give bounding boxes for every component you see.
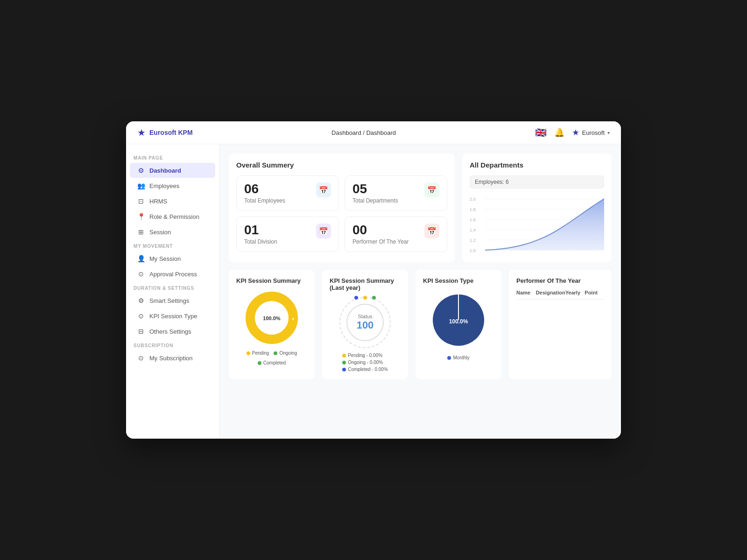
sidebar-item-my-subscription[interactable]: ⊙ My Subscription [130,350,215,365]
breadcrumb-current: Dashboard [366,129,396,136]
kpi-session-type-title: KPI Session Type [423,277,494,284]
notification-bell-icon[interactable]: 🔔 [554,127,564,138]
stat-number-performer: 00 [352,224,409,237]
sidebar-section-duration: DURATION & SETTINGS [126,282,219,293]
sidebar-item-session[interactable]: ⊞ Session [130,224,215,239]
sidebar-label-smart-settings: Smart Settings [149,297,189,304]
stat-label-employees: Total Employees [244,197,285,204]
status-label: Status [358,314,372,319]
sidebar-section-subscription: SUBSCRIPTION [126,339,219,350]
sidebar-section-movement: MY MOVEMENT [126,240,219,251]
stats-grid: 06 Total Employees 📅 05 Total Department… [236,175,447,252]
sidebar-label-my-session: My Session [149,255,181,262]
stat-number-division: 01 [244,224,277,237]
legend-pending-label: Pending [252,350,269,356]
svg-text:1.4: 1.4 [470,228,476,232]
employees-icon: 👥 [137,182,145,189]
user-name: Eurosoft [582,129,605,136]
kpi-session-summary-title: KPI Session Summary [236,277,307,284]
summary-title: Overall Summery [236,161,447,169]
sidebar: MAIN PAGE ⊙ Dashboard 👥 Employees ⊡ HRMS… [126,144,219,439]
others-settings-icon: ⊟ [137,328,145,335]
sidebar-item-role-permission[interactable]: 📍 Role & Permission [130,209,215,224]
legend-ongoing: Ongoing [274,350,297,356]
subscription-icon: ⊙ [137,354,145,362]
donut-chart-container: 100.0% Pending Ongoing [236,290,307,365]
stat-label-division: Total Division [244,238,277,245]
pie-chart-container: 100.0% Monthly [423,290,494,360]
svg-text:1.8: 1.8 [470,207,476,212]
sidebar-item-kpi-session-type[interactable]: ⊙ KPI Session Type [130,308,215,323]
legend-ongoing-last-label: Ongoing - 0.00% [348,360,383,365]
sidebar-label-employees: Employees [149,182,179,189]
area-chart: 2.0 1.8 1.6 1.4 1.2 1.0 [470,194,604,255]
svg-text:2.0: 2.0 [470,197,476,202]
sidebar-label-my-subscription: My Subscription [149,355,192,362]
summary-panel: Overall Summery 06 Total Employees 📅 [229,154,455,262]
stat-icon-employees: 📅 [316,182,331,197]
home-icon: ⊙ [137,167,145,174]
legend-pending-last: Pending - 0.00% [342,353,388,358]
performer-panel: Performer Of The Year Name Designation Y… [509,270,612,379]
role-icon: 📍 [137,213,145,220]
sidebar-section-main: MAIN PAGE [126,152,219,162]
legend-ongoing-label: Ongoing [279,350,297,356]
stat-icon-division: 📅 [316,224,331,238]
legend-monthly-label: Monthly [453,355,469,360]
sidebar-item-others-settings[interactable]: ⊟ Others Settings [130,324,215,339]
legend-pending: Pending [247,350,269,356]
breadcrumb: Dashboard / Dashboard [331,129,396,136]
user-menu[interactable]: ★ Eurosoft ▾ [572,127,610,138]
status-circle-container: Status 100 Pending - 0.00% Ongoi [330,297,401,372]
stat-icon-departments: 📅 [424,182,439,197]
stat-card-employees: 06 Total Employees 📅 [236,175,339,211]
logo-star-icon: ★ [137,127,146,138]
main-layout: MAIN PAGE ⊙ Dashboard 👥 Employees ⊡ HRMS… [126,144,621,439]
legend-ongoing-last: Ongoing - 0.00% [342,360,388,365]
legend-completed-last-label: Completed - 0.00% [348,367,388,372]
departments-title: All Departments [470,161,604,169]
legend-completed-last: Completed - 0.00% [342,367,388,372]
svg-text:1.6: 1.6 [470,217,476,222]
donut-chart: 100.0% [244,290,300,346]
sidebar-item-approval[interactable]: ⊙ Approval Process [130,266,215,281]
last-year-legend: Pending - 0.00% Ongoing - 0.00% Complete… [342,353,388,372]
legend-monthly: Monthly [447,355,469,360]
header-right: 🇬🇧 🔔 ★ Eurosoft ▾ [535,127,610,138]
sidebar-item-my-session[interactable]: 👤 My Session [130,251,215,266]
col-name: Name [516,290,536,295]
sidebar-item-dashboard[interactable]: ⊙ Dashboard [130,163,215,178]
kpi-session-last-year-panel: KPI Session Summary (Last year) Status 1… [322,270,408,379]
kpi-session-type-panel: KPI Session Type 100.0% [416,270,501,379]
session-icon: ⊞ [137,228,145,236]
sidebar-label-kpi-session-type: KPI Session Type [149,313,197,320]
sidebar-item-hrms[interactable]: ⊡ HRMS [130,194,215,209]
dept-filter[interactable]: Employees: 6 [470,175,604,189]
sidebar-item-smart-settings[interactable]: ⚙ Smart Settings [130,293,215,308]
svg-text:1.0: 1.0 [470,248,476,253]
sidebar-item-employees[interactable]: 👥 Employees [130,178,215,193]
stat-card-division: 01 Total Division 📅 [236,217,339,252]
stat-number-employees: 06 [244,182,285,196]
status-inner-circle: Status 100 [346,304,384,341]
pie-legend: Monthly [447,355,469,360]
kpi-row: KPI Session Summary 100.0% [229,270,612,379]
svg-text:1.2: 1.2 [470,238,476,243]
svg-text:100.0%: 100.0% [263,315,281,321]
sidebar-label-approval: Approval Process [149,271,197,278]
top-row: Overall Summery 06 Total Employees 📅 [229,154,612,262]
logo-area: ★ Eurosoft KPM [137,127,193,138]
main-content: Overall Summery 06 Total Employees 📅 [219,144,621,439]
kpi-session-type-icon: ⊙ [137,312,145,320]
col-designation: Designation [536,290,565,295]
hrms-icon: ⊡ [137,197,145,205]
approval-icon: ⊙ [137,270,145,278]
sidebar-label-dashboard: Dashboard [149,167,181,174]
app-header: ★ Eurosoft KPM Dashboard / Dashboard 🇬🇧 … [126,121,621,144]
stat-number-departments: 05 [352,182,398,196]
user-star-icon: ★ [572,127,579,138]
donut-legend: Pending Ongoing Completed [236,350,307,365]
chevron-down-icon: ▾ [607,130,610,135]
language-flag-icon[interactable]: 🇬🇧 [535,127,547,138]
logo-text: Eurosoft KPM [149,129,193,136]
